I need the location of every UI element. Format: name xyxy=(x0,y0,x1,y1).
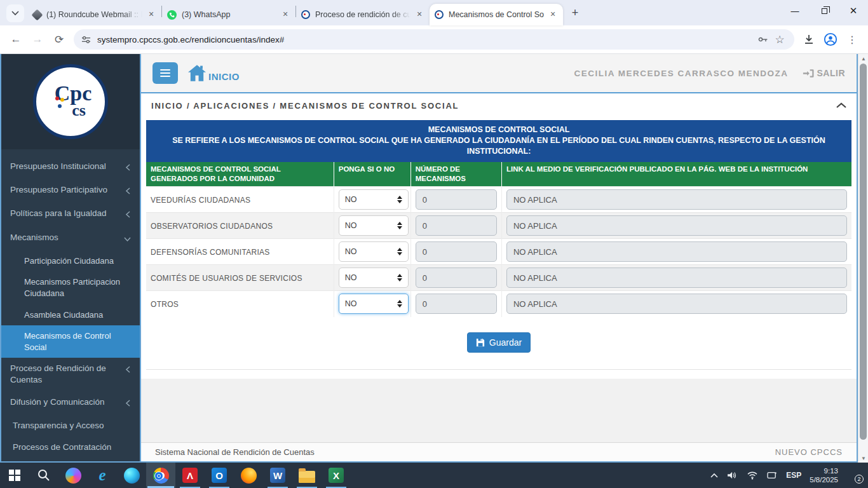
copilot-button[interactable] xyxy=(58,463,88,488)
new-tab-button[interactable]: + xyxy=(567,4,583,21)
outlook-button[interactable]: O xyxy=(205,463,234,488)
download-icon[interactable] xyxy=(799,30,818,49)
back-button[interactable]: ← xyxy=(6,30,25,49)
breadcrumb[interactable]: INICIO / APLICACIONES / MECANISMOS DE CO… xyxy=(151,101,459,111)
word-icon: W xyxy=(270,468,285,483)
sidebar-item-presupuesto-institucional[interactable]: Presupuesto Institucional xyxy=(1,156,140,179)
tab-roundcube[interactable]: (1) Roundcube Webmail :: Entra × xyxy=(28,4,161,25)
row-label: VEEDURÍAS CIUDADANAS xyxy=(151,196,250,205)
site-info-icon[interactable] xyxy=(81,35,91,44)
save-button[interactable]: Guardar xyxy=(467,332,531,353)
firefox-button[interactable] xyxy=(234,463,263,488)
meet-now-icon[interactable] xyxy=(766,471,778,480)
logout-icon xyxy=(803,69,814,78)
notification-center-button[interactable]: 2 xyxy=(846,469,862,482)
sidebar-item-mecanismos[interactable]: Mecanismos xyxy=(1,227,140,250)
collapse-panel-button[interactable] xyxy=(836,100,846,111)
address-bar[interactable]: systempro.cpccs.gob.ec/rendicioncuentas/… xyxy=(74,29,794,50)
select-value: NO xyxy=(345,299,357,308)
browser-scrollbar[interactable]: ▲ ▼ xyxy=(858,54,868,463)
wifi-icon[interactable] xyxy=(747,471,758,480)
page-footer: Sistema Nacional de Rendición de Cuentas… xyxy=(141,442,857,461)
sidebar-item-transparencia-acceso[interactable]: Transparencia y Acceso xyxy=(1,415,140,437)
sidebar-item-proceso-rendicion[interactable]: Proceso de Rendición de Cuentas xyxy=(1,358,140,391)
sidebar-nav: Presupuesto Institucional Presupuesto Pa… xyxy=(1,149,140,488)
banner-title: MECANISMOS DE CONTROL SOCIAL xyxy=(172,125,826,135)
browser-tab-strip: (1) Roundcube Webmail :: Entra × (3) Wha… xyxy=(0,0,868,25)
hamburger-menu-button[interactable] xyxy=(153,62,178,84)
close-window-button[interactable]: ✕ xyxy=(839,0,868,22)
tab-whatsapp[interactable]: (3) WhatsApp × xyxy=(162,4,295,25)
user-name: CECILIA MERCEDES CARRASCO MENDOZA xyxy=(574,69,788,78)
logout-button[interactable]: SALIR xyxy=(803,68,846,78)
tab-close-icon[interactable]: × xyxy=(280,10,290,20)
chevron-left-icon xyxy=(125,398,131,410)
tab-close-icon[interactable]: × xyxy=(548,10,558,20)
si-no-select[interactable]: NO xyxy=(339,241,409,262)
select-arrows-icon xyxy=(397,248,402,255)
sidebar-item-mecanismos-participacion[interactable]: Mecanismos Participacion Ciudadana xyxy=(1,271,140,304)
select-arrows-icon xyxy=(397,274,402,281)
forward-button[interactable]: → xyxy=(28,30,47,49)
restore-button[interactable] xyxy=(810,0,839,22)
password-key-icon[interactable] xyxy=(755,31,771,48)
cpccs-favicon-icon xyxy=(301,10,310,19)
sidebar-item-procesos-contratacion[interactable]: Procesos de Contratación xyxy=(1,437,140,458)
scroll-down-arrow[interactable]: ▼ xyxy=(858,454,868,463)
sidebar-item-difusion-comunicacion[interactable]: Difusión y Comunicación xyxy=(1,391,140,415)
sidebar-item-presupuesto-participativo[interactable]: Presupuesto Participativo xyxy=(1,179,140,203)
sidebar-item-label: Mecanismos xyxy=(10,232,120,243)
acrobat-button[interactable]: Λ xyxy=(175,463,205,488)
language-indicator[interactable]: ESP xyxy=(786,471,801,480)
sidebar-item-participacion-ciudadana[interactable]: Participación Ciudadana xyxy=(1,250,140,272)
taskbar-search-button[interactable] xyxy=(29,463,58,488)
home-link[interactable]: INICIO xyxy=(187,64,240,82)
si-no-select[interactable]: NO xyxy=(339,189,409,210)
chrome-button-active[interactable] xyxy=(146,463,175,488)
scrollbar-thumb[interactable] xyxy=(860,64,867,440)
tab-close-icon[interactable]: × xyxy=(146,10,156,20)
edge-button[interactable] xyxy=(117,463,146,488)
link-input: NO APLICA xyxy=(506,189,847,210)
reload-button[interactable]: ⟳ xyxy=(50,30,69,49)
chevron-down-icon xyxy=(11,11,19,16)
tray-chevron-up-icon[interactable] xyxy=(710,473,719,478)
minimize-button[interactable]: — xyxy=(780,0,810,22)
start-button[interactable] xyxy=(0,463,29,488)
row-label: COMITÉS DE USUARIOS DE SERVICIOS xyxy=(151,274,302,283)
si-no-select[interactable]: NO xyxy=(339,268,409,288)
clock[interactable]: 9:13 5/8/2025 xyxy=(810,466,838,485)
row-label: DEFENSORÍAS COMUNITARIAS xyxy=(151,248,270,257)
tab-search-button[interactable] xyxy=(6,4,24,22)
tab-proceso-rendicion[interactable]: Proceso de rendición de cuenta × xyxy=(296,4,430,25)
si-no-select[interactable]: NO xyxy=(339,215,409,236)
column-header-link: LINK AL MEDIO DE VERIFICACIÓN PUBLICADO … xyxy=(501,162,851,187)
url-text[interactable]: systempro.cpccs.gob.ec/rendicioncuentas/… xyxy=(97,35,755,44)
sidebar-item-label: Asamblea Ciudadana xyxy=(24,309,131,321)
excel-button[interactable]: X xyxy=(322,463,351,488)
si-no-select-focused[interactable]: NO xyxy=(339,294,409,314)
system-tray: ESP 9:13 5/8/2025 2 xyxy=(710,466,868,485)
bookmark-star-icon[interactable]: ☆ xyxy=(771,31,788,48)
volume-icon[interactable] xyxy=(727,471,738,480)
browser-menu-kebab-icon[interactable]: ⋮ xyxy=(843,30,862,49)
whatsapp-favicon-icon xyxy=(167,10,177,20)
tab-close-icon[interactable]: × xyxy=(414,10,424,20)
browser-toolbar: ← → ⟳ systempro.cpccs.gob.ec/rendicioncu… xyxy=(0,25,868,54)
internet-explorer-button[interactable]: e xyxy=(88,463,117,488)
scroll-up-arrow[interactable]: ▲ xyxy=(858,54,868,63)
date: 5/8/2025 xyxy=(810,476,838,484)
tab-mecanismos-active[interactable]: Mecanismos de Control Social × xyxy=(430,4,563,25)
excel-icon: X xyxy=(329,468,344,483)
sidebar-item-politicas-igualdad[interactable]: Políticas para la Igualdad xyxy=(1,203,140,226)
folder-icon xyxy=(299,471,315,483)
sidebar-item-mecanismos-control-social[interactable]: Mecanismos de Control Social xyxy=(1,325,140,358)
restore-icon xyxy=(822,8,827,14)
chevron-left-icon xyxy=(125,210,131,221)
profile-avatar[interactable] xyxy=(821,30,840,49)
taskbar: e Λ O W X ESP 9:13 5/8/2025 2 xyxy=(0,463,868,488)
sidebar-item-asamblea-ciudadana[interactable]: Asamblea Ciudadana xyxy=(1,304,140,326)
file-explorer-button[interactable] xyxy=(292,463,322,488)
logo-people-icon xyxy=(55,97,59,100)
word-button[interactable]: W xyxy=(263,463,292,488)
